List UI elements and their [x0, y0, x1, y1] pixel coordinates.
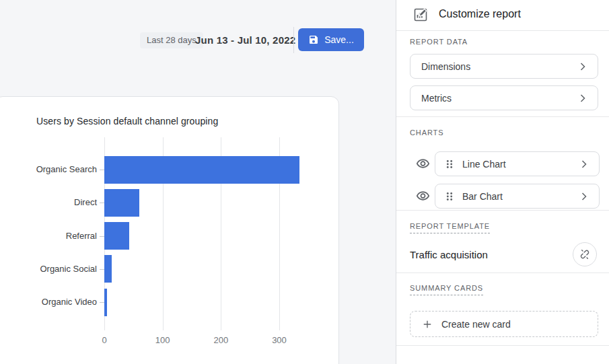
bar-organic-video — [104, 289, 107, 316]
unlink-template-button[interactable] — [573, 242, 597, 266]
category-axis-tick — [100, 269, 104, 270]
bar-chart-label: Bar Chart — [462, 191, 571, 202]
date-range-value[interactable]: Jun 13 - Jul 10, 2022 — [195, 34, 295, 46]
divider — [396, 30, 609, 31]
x-axis-tick-label: 200 — [201, 335, 241, 345]
plus-icon — [421, 318, 433, 330]
drag-handle-icon[interactable] — [443, 190, 456, 203]
chart-title: Users by Session default channel groupin… — [36, 116, 218, 126]
date-range-preset-badge[interactable]: Last 28 days — [140, 32, 203, 48]
bar-referral — [104, 222, 129, 250]
section-label-summary-cards: SUMMARY CARDS — [410, 284, 483, 295]
bar-plot: 0100200300Organic SearchDirectReferralOr… — [104, 137, 320, 330]
bar-chart-visibility-toggle[interactable] — [415, 188, 431, 204]
panel-header: Customize report — [396, 0, 609, 30]
category-label: Direct — [16, 196, 97, 209]
topbar-divider — [293, 27, 294, 53]
create-new-card-button[interactable]: Create new card — [410, 311, 598, 337]
divider — [396, 272, 609, 273]
bar-chart-card: Users by Session default channel groupin… — [0, 96, 339, 364]
save-icon — [308, 34, 319, 45]
divider — [396, 116, 609, 117]
category-axis-tick — [100, 203, 104, 203]
panel-title: Customize report — [439, 8, 521, 20]
category-label: Organic Search — [16, 163, 97, 176]
chevron-right-icon — [577, 190, 591, 203]
customize-report-panel: Customize report REPORT DATA Dimensions … — [396, 0, 609, 364]
section-label-report-template: REPORT TEMPLATE — [410, 222, 490, 233]
category-label: Organic Social — [16, 263, 97, 275]
save-button[interactable]: Save... — [298, 28, 364, 51]
section-label-report-data: REPORT DATA — [410, 38, 468, 46]
line-chart-label: Line Chart — [462, 159, 571, 170]
category-axis-tick — [100, 302, 104, 303]
edit-chart-icon — [413, 7, 429, 26]
metrics-label: Metrics — [421, 93, 576, 104]
category-axis-tick — [100, 236, 104, 237]
save-button-label: Save... — [324, 34, 354, 45]
drag-handle-icon[interactable] — [443, 158, 456, 170]
metrics-card[interactable]: Metrics — [410, 85, 598, 110]
line-chart-visibility-toggle[interactable] — [415, 155, 431, 172]
report-canvas: Last 28 days Jun 13 - Jul 10, 2022 Save.… — [0, 0, 396, 364]
x-axis-tick-label: 100 — [143, 335, 183, 345]
chevron-right-icon — [576, 92, 589, 105]
app-window: Last 28 days Jun 13 - Jul 10, 2022 Save.… — [0, 0, 609, 364]
category-label: Organic Video — [16, 296, 97, 308]
bar-chart-row-card[interactable]: Bar Chart — [435, 184, 600, 209]
report-template-name: Traffic acquisition — [410, 249, 488, 260]
bar-organic-search — [104, 156, 299, 184]
category-axis-tick — [100, 170, 104, 170]
create-new-card-label: Create new card — [441, 319, 511, 330]
divider — [396, 345, 609, 346]
x-axis-tick-label: 0 — [84, 335, 124, 345]
x-axis-tick-label: 300 — [259, 335, 299, 345]
chevron-right-icon — [577, 157, 591, 171]
dimensions-label: Dimensions — [421, 61, 576, 72]
dimensions-card[interactable]: Dimensions — [410, 54, 598, 79]
bar-organic-social — [104, 255, 112, 283]
section-label-charts: CHARTS — [410, 129, 443, 137]
category-label: Referral — [16, 230, 97, 242]
divider — [396, 210, 609, 211]
bar-direct — [104, 189, 139, 217]
line-chart-card[interactable]: Line Chart — [435, 151, 600, 176]
chevron-right-icon — [576, 60, 589, 73]
